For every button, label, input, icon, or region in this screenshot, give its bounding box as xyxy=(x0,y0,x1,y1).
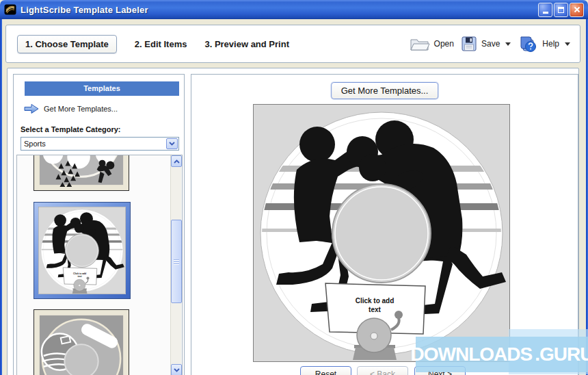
bowling-template-art xyxy=(34,155,129,190)
get-more-templates-label: Get More Templates... xyxy=(44,105,118,113)
save-button[interactable]: Save xyxy=(461,36,511,52)
help-label: Help xyxy=(542,39,559,49)
open-button[interactable]: Open xyxy=(410,36,454,52)
close-button[interactable] xyxy=(570,3,584,17)
templates-panel: Templates Get More Templates... Select a… xyxy=(13,74,185,375)
toolbar: 1. Choose Template 2. Edit Items 3. Prev… xyxy=(5,25,580,63)
close-icon xyxy=(574,6,580,13)
window-title: LightScribe Template Labeler xyxy=(21,5,148,15)
category-dropdown[interactable]: Sports xyxy=(21,137,179,151)
help-button[interactable]: Help xyxy=(518,35,570,53)
watermark-text-left: DOWNLOADS xyxy=(411,344,533,365)
chevron-down-icon xyxy=(174,368,180,372)
window-border-left xyxy=(0,19,2,375)
cd-label-preview[interactable] xyxy=(253,104,510,362)
lightscribe-logo-icon xyxy=(4,3,16,16)
step-edit-items[interactable]: 2. Edit Items xyxy=(135,39,187,49)
scroll-up-button[interactable] xyxy=(171,155,182,167)
open-label: Open xyxy=(434,39,454,49)
category-value: Sports xyxy=(21,140,166,148)
minimize-icon xyxy=(543,12,548,14)
help-book-icon xyxy=(518,35,538,53)
scrollbar-grip xyxy=(174,259,179,260)
chevron-up-icon xyxy=(174,159,180,164)
save-dropdown-arrow-icon[interactable] xyxy=(505,42,511,46)
main-group-box: Templates Get More Templates... Select a… xyxy=(7,68,579,375)
folder-open-icon xyxy=(410,36,430,52)
watermark-text-right: .GURU xyxy=(535,344,588,365)
get-more-templates-button[interactable]: Get More Templates... xyxy=(331,82,439,99)
football-template-art xyxy=(34,310,129,375)
get-more-templates-link[interactable]: Get More Templates... xyxy=(23,103,118,114)
template-thumbnail-bowling[interactable] xyxy=(34,155,129,191)
save-label: Save xyxy=(481,39,500,49)
help-dropdown-arrow-icon[interactable] xyxy=(565,42,570,46)
maximize-button[interactable] xyxy=(554,3,568,17)
maximize-icon xyxy=(558,7,564,13)
template-thumbnail-boxing-selected[interactable] xyxy=(34,202,131,299)
downloads-guru-watermark: DOWNLOADS .GURU xyxy=(416,337,588,372)
template-list-scrollbar[interactable] xyxy=(170,155,181,375)
back-button[interactable]: < Back xyxy=(357,366,408,375)
chevron-down-icon xyxy=(169,142,175,146)
blue-right-arrow-icon xyxy=(23,103,40,114)
title-bar: LightScribe Template Labeler xyxy=(0,0,588,19)
step-choose-template[interactable]: 1. Choose Template xyxy=(17,35,117,53)
scroll-down-button[interactable] xyxy=(171,364,182,375)
template-thumbnail-football[interactable] xyxy=(34,309,129,375)
templates-panel-header: Templates xyxy=(25,81,179,96)
category-dropdown-button[interactable] xyxy=(166,138,178,149)
minimize-button[interactable] xyxy=(538,3,552,17)
step-preview-and-print[interactable]: 3. Preview and Print xyxy=(204,39,289,49)
scrollbar-thumb[interactable] xyxy=(171,220,182,303)
floppy-disk-icon xyxy=(461,36,477,52)
category-label: Select a Template Category: xyxy=(21,125,121,133)
boxing-label-preview-art xyxy=(253,104,510,362)
boxing-template-art xyxy=(38,207,126,294)
template-thumbnail-list xyxy=(16,155,183,375)
reset-button[interactable]: Reset xyxy=(300,366,351,375)
